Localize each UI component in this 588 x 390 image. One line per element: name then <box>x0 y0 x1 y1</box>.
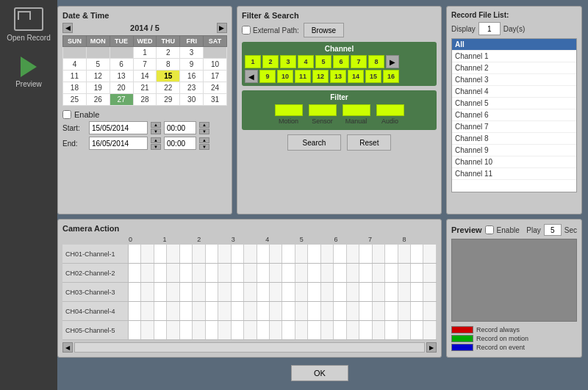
timeline-cell[interactable] <box>270 321 282 339</box>
calendar-day[interactable]: 16 <box>180 71 204 82</box>
timeline-cell[interactable] <box>398 283 411 301</box>
end-date-up[interactable]: ▲ <box>151 137 161 143</box>
channel-list-item[interactable]: Channel 6 <box>452 109 576 121</box>
channel-btn[interactable]: 16 <box>383 70 399 83</box>
timeline-cell[interactable] <box>141 264 154 282</box>
timeline-cell[interactable] <box>308 321 320 339</box>
timeline-cell[interactable] <box>244 321 257 339</box>
channel-list-item[interactable]: Channel 3 <box>452 74 576 86</box>
timeline-cell[interactable] <box>167 321 179 339</box>
calendar-day[interactable]: 9 <box>180 59 204 71</box>
timeline-cell[interactable] <box>244 302 257 320</box>
timeline-cell[interactable] <box>359 245 372 263</box>
timeline-cell[interactable] <box>359 283 372 301</box>
timeline-cell[interactable] <box>257 283 270 301</box>
calendar-day[interactable]: 11 <box>63 71 87 82</box>
timeline-cell[interactable] <box>180 321 193 339</box>
timeline-cell[interactable] <box>385 283 398 301</box>
timeline-cell[interactable] <box>270 283 282 301</box>
channel-list-item[interactable]: Channel 5 <box>452 98 576 109</box>
channel-btn[interactable]: 5 <box>315 55 331 68</box>
calendar-day[interactable]: 1 <box>133 47 157 59</box>
timeline-cell[interactable] <box>129 283 141 301</box>
timeline-cell[interactable] <box>423 302 436 320</box>
channel-btn[interactable]: 12 <box>312 70 329 83</box>
channel-btn[interactable]: 4 <box>298 55 314 68</box>
timeline-cell[interactable] <box>193 283 205 301</box>
timeline-cell[interactable] <box>206 321 218 339</box>
start-date-down[interactable]: ▼ <box>151 129 161 134</box>
timeline-cell[interactable] <box>282 264 295 282</box>
timeline-cell[interactable] <box>385 245 398 263</box>
browse-button[interactable]: Browse <box>304 23 344 37</box>
timeline-cell[interactable] <box>206 245 218 263</box>
channel-btn[interactable]: 6 <box>333 55 349 68</box>
ok-button[interactable]: OK <box>291 365 348 381</box>
filter-sensor-btn[interactable] <box>309 104 337 116</box>
channel-btn[interactable]: 15 <box>365 70 381 83</box>
timeline-cell[interactable] <box>129 264 141 282</box>
start-time-up[interactable]: ▲ <box>199 122 209 128</box>
timeline-cell[interactable] <box>218 302 231 320</box>
calendar-day[interactable]: 26 <box>86 94 110 106</box>
display-value-input[interactable] <box>478 22 501 35</box>
timeline-cell[interactable] <box>244 245 257 263</box>
timeline-cell[interactable] <box>347 245 359 263</box>
timeline-cell[interactable] <box>308 264 320 282</box>
calendar-day[interactable]: 5 <box>86 59 110 71</box>
timeline-cell[interactable] <box>141 302 154 320</box>
timeline-cell[interactable] <box>334 302 346 320</box>
channel-btn[interactable]: 3 <box>280 55 296 68</box>
timeline-cell[interactable] <box>308 302 320 320</box>
timeline-cell[interactable] <box>167 302 179 320</box>
timeline-cell[interactable] <box>321 264 334 282</box>
timeline-cell[interactable] <box>282 321 295 339</box>
timeline-cell[interactable] <box>334 264 346 282</box>
channel-list-item[interactable]: Channel 10 <box>452 156 576 168</box>
timeline-cell[interactable] <box>218 245 231 263</box>
calendar-day[interactable]: 8 <box>157 59 180 71</box>
timeline-cell[interactable] <box>359 321 372 339</box>
timeline-cell[interactable] <box>129 245 141 263</box>
timeline-cell[interactable] <box>154 302 167 320</box>
timeline-cell[interactable] <box>423 283 436 301</box>
calendar-day[interactable]: 27 <box>110 94 133 106</box>
filter-motion-btn[interactable] <box>275 104 303 116</box>
calendar-day[interactable]: 31 <box>204 94 227 106</box>
timeline-cell[interactable] <box>154 245 167 263</box>
channel-btn[interactable]: 14 <box>348 70 364 83</box>
timeline-cell[interactable] <box>206 302 218 320</box>
scroll-left-button[interactable]: ◀ <box>62 342 73 353</box>
preview-sec-input[interactable] <box>544 224 562 236</box>
timeline-cell[interactable] <box>347 321 359 339</box>
search-button[interactable]: Search <box>287 134 342 151</box>
timeline-cell[interactable] <box>385 302 398 320</box>
timeline-cell[interactable] <box>321 245 334 263</box>
calendar-day[interactable]: 30 <box>180 94 204 106</box>
timeline-cell[interactable] <box>308 245 320 263</box>
channel-btn[interactable]: 11 <box>295 70 311 83</box>
timeline-cell[interactable] <box>141 245 154 263</box>
timeline-cell[interactable] <box>129 302 141 320</box>
calendar-day[interactable]: 19 <box>86 82 110 94</box>
timeline-cell[interactable] <box>244 283 257 301</box>
cal-next-button[interactable]: ▶ <box>217 23 227 33</box>
channel-btn[interactable]: 9 <box>259 70 276 83</box>
timeline-cell[interactable] <box>347 283 359 301</box>
filter-manual-btn[interactable] <box>343 104 370 116</box>
channel-list-item[interactable]: Channel 4 <box>452 86 576 98</box>
timeline-cell[interactable] <box>141 283 154 301</box>
timeline-cell[interactable] <box>218 264 231 282</box>
timeline-cell[interactable] <box>347 302 359 320</box>
timeline-cell[interactable] <box>154 264 167 282</box>
timeline-cell[interactable] <box>411 245 423 263</box>
calendar-day[interactable]: 10 <box>204 59 227 71</box>
timeline-cell[interactable] <box>257 245 270 263</box>
timeline-cell[interactable] <box>398 264 411 282</box>
calendar-day[interactable]: 13 <box>110 71 133 82</box>
calendar-day[interactable]: 7 <box>133 59 157 71</box>
timeline-cell[interactable] <box>321 302 334 320</box>
timeline-cell[interactable] <box>232 264 244 282</box>
timeline-cell[interactable] <box>270 302 282 320</box>
timeline-cell[interactable] <box>193 245 205 263</box>
